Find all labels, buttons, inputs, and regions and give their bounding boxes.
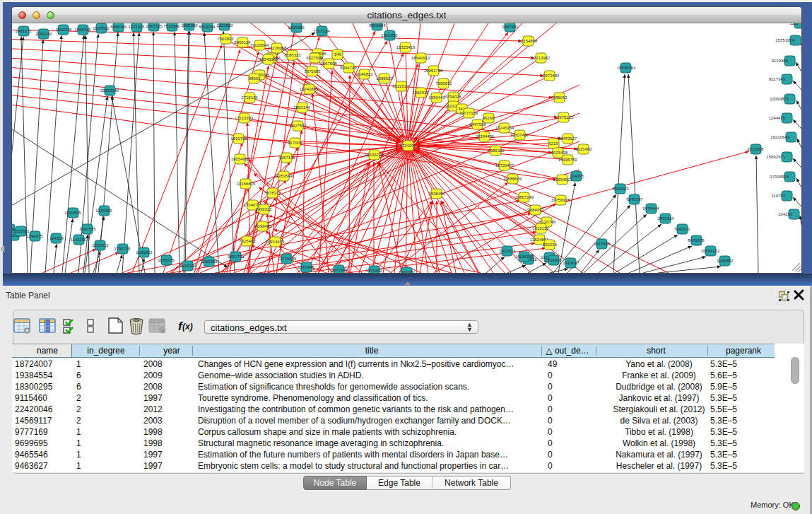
- svg-text:19129544: 19129544: [250, 43, 269, 47]
- svg-text:8938923: 8938923: [612, 187, 629, 191]
- svg-text:14136141: 14136141: [515, 255, 534, 259]
- svg-text:1795725: 1795725: [114, 247, 131, 251]
- svg-text:(x): (x): [182, 322, 193, 332]
- svg-text:2020655: 2020655: [64, 211, 81, 215]
- svg-text:6322017: 6322017: [392, 84, 409, 88]
- svg-text:15495759: 15495759: [558, 158, 577, 162]
- svg-text:9427552: 9427552: [290, 124, 307, 128]
- svg-text:2933114: 2933114: [658, 216, 675, 221]
- svg-text:1215993: 1215993: [95, 209, 112, 213]
- svg-text:1250513: 1250513: [92, 243, 109, 247]
- svg-text:9146821: 9146821: [356, 72, 373, 76]
- svg-text:20364436: 20364436: [476, 134, 495, 139]
- svg-text:2069140: 2069140: [35, 32, 52, 36]
- svg-text:1065325: 1065325: [74, 28, 91, 32]
- svg-text:1921850: 1921850: [381, 33, 398, 37]
- svg-text:16914479: 16914479: [266, 240, 285, 244]
- svg-text:7515546: 7515546: [163, 24, 180, 28]
- svg-text:6497508: 6497508: [469, 122, 486, 127]
- svg-text:7632621: 7632621: [673, 227, 690, 231]
- svg-text:19054985: 19054985: [231, 157, 250, 161]
- svg-text:12213383: 12213383: [235, 116, 254, 120]
- svg-text:16961758: 16961758: [424, 69, 443, 73]
- svg-text:6216: 6216: [548, 141, 558, 146]
- svg-text:1292345: 1292345: [201, 259, 218, 264]
- svg-text:9227343: 9227343: [769, 77, 786, 81]
- svg-text:13325419: 13325419: [396, 45, 416, 49]
- svg-text:8813054: 8813054: [199, 25, 216, 29]
- svg-text:1527602: 1527602: [93, 26, 110, 30]
- svg-text:23226058: 23226058: [268, 46, 287, 50]
- svg-text:1371650: 1371650: [365, 269, 382, 273]
- svg-text:8454749: 8454749: [340, 66, 357, 70]
- svg-text:8960124: 8960124: [234, 40, 251, 45]
- svg-text:9474444: 9474444: [642, 206, 659, 211]
- svg-text:8186323: 8186323: [284, 53, 301, 57]
- svg-text:16210643: 16210643: [770, 135, 789, 139]
- svg-text:46266: 46266: [483, 116, 495, 120]
- svg-text:6466160: 6466160: [110, 25, 127, 29]
- svg-text:1605380: 1605380: [181, 23, 198, 28]
- svg-text:7357224: 7357224: [313, 29, 330, 33]
- svg-text:1405572: 1405572: [15, 29, 32, 33]
- svg-text:8471676: 8471676: [688, 238, 705, 243]
- svg-text:18640910: 18640910: [411, 56, 430, 60]
- svg-text:13654923: 13654923: [553, 177, 572, 182]
- svg-text:1294275: 1294275: [26, 234, 43, 238]
- svg-text:1371648: 1371648: [298, 265, 314, 269]
- svg-text:3215958: 3215958: [747, 147, 764, 151]
- svg-text:1615132: 1615132: [532, 226, 549, 230]
- svg-text:1143190: 1143190: [71, 238, 88, 242]
- svg-text:98901: 98901: [249, 76, 261, 81]
- svg-text:1667135: 1667135: [146, 24, 163, 28]
- svg-text:1678275: 1678275: [158, 258, 175, 262]
- svg-text:8813054: 8813054: [369, 23, 386, 28]
- svg-text:10973493: 10973493: [541, 74, 560, 78]
- svg-text:10025438: 10025438: [549, 151, 568, 155]
- svg-text:16099485: 16099485: [253, 224, 272, 228]
- svg-text:1413618: 1413618: [594, 242, 611, 246]
- svg-text:13716485: 13716485: [278, 257, 297, 261]
- svg-text:9115460: 9115460: [576, 147, 593, 151]
- svg-text:6879197: 6879197: [626, 197, 643, 201]
- svg-text:10688609: 10688609: [503, 177, 522, 181]
- svg-text:15692971: 15692971: [766, 155, 785, 159]
- svg-text:18463627: 18463627: [558, 136, 577, 141]
- svg-text:31245354: 31245354: [495, 126, 514, 130]
- svg-text:3675685: 3675685: [304, 69, 321, 74]
- svg-text:1362615: 1362615: [412, 90, 429, 95]
- svg-text:2967608: 2967608: [320, 62, 337, 66]
- svg-text:5678312: 5678312: [264, 191, 281, 195]
- svg-text:9857791: 9857791: [228, 255, 245, 259]
- svg-text:114319: 114319: [49, 236, 64, 240]
- svg-text:1605380: 1605380: [288, 25, 305, 30]
- svg-text:1724000: 1724000: [399, 144, 416, 148]
- svg-text:3097585: 3097585: [79, 227, 96, 231]
- svg-text:1371651: 1371651: [399, 270, 416, 273]
- svg-text:18807249: 18807249: [515, 195, 534, 199]
- svg-text:1990443: 1990443: [428, 95, 445, 100]
- svg-text:9684067: 9684067: [527, 208, 544, 212]
- svg-text:1371649: 1371649: [331, 268, 348, 272]
- svg-text:1588520: 1588520: [376, 76, 393, 81]
- svg-text:15720407: 15720407: [495, 163, 514, 168]
- svg-text:25053346: 25053346: [100, 88, 119, 93]
- svg-text:2687682: 2687682: [502, 25, 519, 29]
- svg-text:7955812: 7955812: [435, 81, 452, 86]
- svg-text:1810755: 1810755: [230, 136, 247, 141]
- svg-text:317006: 317006: [288, 141, 302, 145]
- svg-text:1938454: 1938454: [428, 192, 445, 196]
- svg-text:19777109: 19777109: [459, 111, 478, 115]
- svg-text:252214: 252214: [543, 243, 558, 247]
- svg-text:16543363: 16543363: [259, 57, 278, 62]
- svg-text:1244415: 1244415: [769, 116, 786, 120]
- svg-text:1605335: 1605335: [55, 28, 72, 32]
- svg-text:12093872: 12093872: [770, 97, 789, 101]
- svg-text:16154808: 16154808: [519, 39, 538, 43]
- svg-text:116753: 116753: [771, 194, 785, 198]
- svg-text:17016504: 17016504: [770, 175, 789, 179]
- svg-text:12242845: 12242845: [300, 87, 319, 91]
- svg-text:11353594: 11353594: [274, 174, 293, 178]
- svg-text:9129966: 9129966: [772, 59, 789, 63]
- svg-text:2803144: 2803144: [293, 105, 310, 110]
